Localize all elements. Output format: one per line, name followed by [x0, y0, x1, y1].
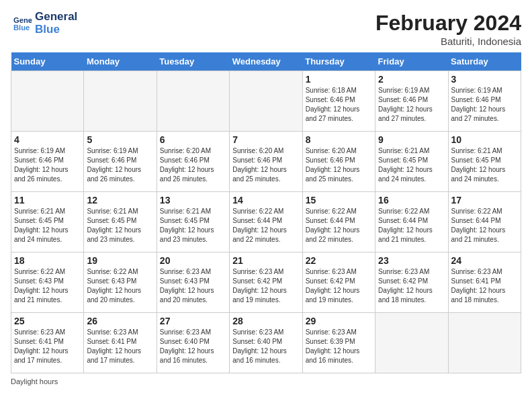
day-number: 8 [306, 134, 372, 145]
day-info: Sunrise: 6:19 AM Sunset: 6:46 PM Dayligh… [378, 86, 445, 124]
day-info: Sunrise: 6:23 AM Sunset: 6:41 PM Dayligh… [14, 328, 81, 365]
weekday-sunday: Sunday [11, 52, 84, 71]
calendar-cell: 2Sunrise: 6:19 AM Sunset: 6:46 PM Daylig… [375, 71, 448, 132]
calendar-cell: 26Sunrise: 6:23 AM Sunset: 6:41 PM Dayli… [84, 313, 157, 373]
day-number: 11 [14, 195, 81, 205]
day-info: Sunrise: 6:23 AM Sunset: 6:40 PM Dayligh… [160, 328, 226, 365]
calendar-cell: 17Sunrise: 6:22 AM Sunset: 6:44 PM Dayli… [448, 192, 521, 253]
calendar-cell [230, 71, 302, 132]
day-number: 1 [306, 74, 372, 85]
calendar-cell [84, 71, 157, 132]
day-info: Sunrise: 6:19 AM Sunset: 6:46 PM Dayligh… [451, 86, 518, 124]
day-number: 28 [232, 316, 299, 326]
day-number: 27 [160, 316, 226, 326]
day-number: 10 [451, 134, 518, 145]
calendar-week-2: 4Sunrise: 6:19 AM Sunset: 6:46 PM Daylig… [11, 132, 521, 192]
day-number: 17 [451, 195, 518, 205]
day-info: Sunrise: 6:23 AM Sunset: 6:42 PM Dayligh… [378, 267, 445, 305]
day-info: Sunrise: 6:20 AM Sunset: 6:46 PM Dayligh… [232, 146, 299, 184]
day-number: 7 [232, 134, 299, 145]
calendar-cell [375, 313, 448, 373]
day-number: 15 [306, 195, 372, 205]
logo-blue: Blue [35, 24, 77, 36]
calendar-cell: 18Sunrise: 6:22 AM Sunset: 6:43 PM Dayli… [11, 253, 84, 313]
day-number: 23 [378, 255, 445, 266]
calendar-cell: 10Sunrise: 6:21 AM Sunset: 6:45 PM Dayli… [448, 132, 521, 192]
day-info: Sunrise: 6:22 AM Sunset: 6:44 PM Dayligh… [378, 207, 445, 244]
day-info: Sunrise: 6:22 AM Sunset: 6:43 PM Dayligh… [87, 267, 153, 305]
calendar-cell [448, 313, 521, 373]
weekday-tuesday: Tuesday [157, 52, 229, 71]
day-info: Sunrise: 6:21 AM Sunset: 6:45 PM Dayligh… [451, 146, 518, 184]
day-info: Sunrise: 6:23 AM Sunset: 6:39 PM Dayligh… [306, 328, 372, 365]
calendar-cell: 25Sunrise: 6:23 AM Sunset: 6:41 PM Dayli… [11, 313, 84, 373]
day-number: 13 [160, 195, 226, 205]
day-number: 3 [451, 74, 518, 85]
logo-general: General [35, 11, 77, 24]
calendar-cell: 23Sunrise: 6:23 AM Sunset: 6:42 PM Dayli… [375, 253, 448, 313]
day-info: Sunrise: 6:19 AM Sunset: 6:46 PM Dayligh… [14, 146, 81, 184]
calendar-cell: 29Sunrise: 6:23 AM Sunset: 6:39 PM Dayli… [302, 313, 375, 373]
calendar-cell: 21Sunrise: 6:23 AM Sunset: 6:42 PM Dayli… [230, 253, 302, 313]
day-number: 25 [14, 316, 81, 326]
calendar-cell: 12Sunrise: 6:21 AM Sunset: 6:45 PM Dayli… [84, 192, 157, 253]
header: General Blue General Blue February 2024 … [11, 11, 521, 47]
calendar-cell: 13Sunrise: 6:21 AM Sunset: 6:45 PM Dayli… [157, 192, 229, 253]
svg-text:General: General [13, 15, 32, 24]
day-info: Sunrise: 6:22 AM Sunset: 6:43 PM Dayligh… [14, 267, 81, 305]
day-info: Sunrise: 6:21 AM Sunset: 6:45 PM Dayligh… [87, 207, 153, 244]
day-info: Sunrise: 6:23 AM Sunset: 6:42 PM Dayligh… [306, 267, 372, 305]
calendar-cell: 3Sunrise: 6:19 AM Sunset: 6:46 PM Daylig… [448, 71, 521, 132]
calendar-cell: 9Sunrise: 6:21 AM Sunset: 6:45 PM Daylig… [375, 132, 448, 192]
day-number: 5 [87, 134, 153, 145]
svg-text:Blue: Blue [13, 23, 30, 31]
calendar-week-4: 18Sunrise: 6:22 AM Sunset: 6:43 PM Dayli… [11, 253, 521, 313]
day-info: Sunrise: 6:19 AM Sunset: 6:46 PM Dayligh… [87, 146, 153, 184]
weekday-monday: Monday [84, 52, 157, 71]
day-info: Sunrise: 6:21 AM Sunset: 6:45 PM Dayligh… [14, 207, 81, 244]
day-number: 19 [87, 255, 153, 266]
calendar-cell: 7Sunrise: 6:20 AM Sunset: 6:46 PM Daylig… [230, 132, 302, 192]
calendar-week-1: 1Sunrise: 6:18 AM Sunset: 6:46 PM Daylig… [11, 71, 521, 132]
day-info: Sunrise: 6:22 AM Sunset: 6:44 PM Dayligh… [306, 207, 372, 244]
calendar-cell: 20Sunrise: 6:23 AM Sunset: 6:43 PM Dayli… [157, 253, 229, 313]
day-info: Sunrise: 6:23 AM Sunset: 6:41 PM Dayligh… [451, 267, 518, 305]
day-number: 20 [160, 255, 226, 266]
day-number: 9 [378, 134, 445, 145]
calendar-cell: 6Sunrise: 6:20 AM Sunset: 6:46 PM Daylig… [157, 132, 229, 192]
calendar-cell: 27Sunrise: 6:23 AM Sunset: 6:40 PM Dayli… [157, 313, 229, 373]
calendar-cell: 19Sunrise: 6:22 AM Sunset: 6:43 PM Dayli… [84, 253, 157, 313]
day-number: 22 [306, 255, 372, 266]
calendar-cell: 5Sunrise: 6:19 AM Sunset: 6:46 PM Daylig… [84, 132, 157, 192]
day-number: 12 [87, 195, 153, 205]
day-number: 4 [14, 134, 81, 145]
day-number: 26 [87, 316, 153, 326]
day-info: Sunrise: 6:20 AM Sunset: 6:46 PM Dayligh… [160, 146, 226, 184]
weekday-friday: Friday [375, 52, 448, 71]
calendar-cell [11, 71, 84, 132]
day-number: 2 [378, 74, 445, 85]
calendar-cell: 1Sunrise: 6:18 AM Sunset: 6:46 PM Daylig… [302, 71, 375, 132]
day-number: 6 [160, 134, 226, 145]
day-number: 16 [378, 195, 445, 205]
day-info: Sunrise: 6:22 AM Sunset: 6:44 PM Dayligh… [232, 207, 299, 244]
logo: General Blue General Blue [11, 11, 77, 36]
weekday-thursday: Thursday [302, 52, 375, 71]
day-info: Sunrise: 6:20 AM Sunset: 6:46 PM Dayligh… [306, 146, 372, 184]
calendar-cell: 16Sunrise: 6:22 AM Sunset: 6:44 PM Dayli… [375, 192, 448, 253]
day-info: Sunrise: 6:23 AM Sunset: 6:40 PM Dayligh… [232, 328, 299, 365]
title-area: February 2024 Baturiti, Indonesia [375, 11, 521, 47]
day-info: Sunrise: 6:23 AM Sunset: 6:41 PM Dayligh… [87, 328, 153, 365]
day-info: Sunrise: 6:23 AM Sunset: 6:43 PM Dayligh… [160, 267, 226, 305]
weekday-header-row: SundayMondayTuesdayWednesdayThursdayFrid… [11, 52, 521, 71]
calendar-cell [157, 71, 229, 132]
calendar-week-5: 25Sunrise: 6:23 AM Sunset: 6:41 PM Dayli… [11, 313, 521, 373]
day-number: 24 [451, 255, 518, 266]
calendar-cell: 28Sunrise: 6:23 AM Sunset: 6:40 PM Dayli… [230, 313, 302, 373]
calendar-cell: 14Sunrise: 6:22 AM Sunset: 6:44 PM Dayli… [230, 192, 302, 253]
day-info: Sunrise: 6:18 AM Sunset: 6:46 PM Dayligh… [306, 86, 372, 124]
day-info: Sunrise: 6:22 AM Sunset: 6:44 PM Dayligh… [451, 207, 518, 244]
day-info: Sunrise: 6:21 AM Sunset: 6:45 PM Dayligh… [160, 207, 226, 244]
calendar-cell: 11Sunrise: 6:21 AM Sunset: 6:45 PM Dayli… [11, 192, 84, 253]
footer: Daylight hours [11, 377, 521, 385]
